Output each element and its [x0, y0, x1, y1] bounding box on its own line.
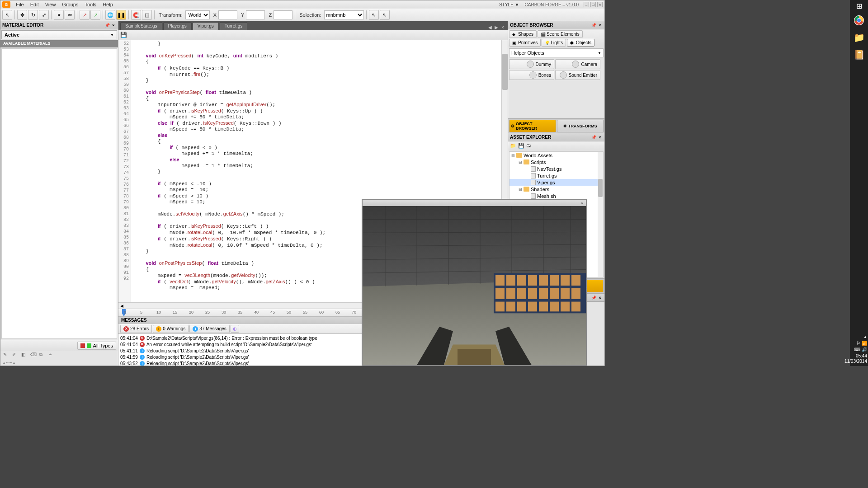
- axis-y-icon[interactable]: ↗: [90, 10, 100, 20]
- tree-item-shaders[interactable]: ⊟Shaders: [509, 186, 603, 192]
- scroll-left-icon[interactable]: ◀: [118, 303, 125, 309]
- new-folder-icon[interactable]: 📁: [510, 143, 516, 149]
- spinner-button[interactable]: ◐: [231, 325, 239, 333]
- tray-flag-icon[interactable]: ⚐: [856, 341, 860, 346]
- ob-button-bones[interactable]: Bones: [509, 70, 554, 80]
- tree-item-viper-gs[interactable]: Viper.gs: [509, 179, 603, 186]
- tree-scrollbar[interactable]: [598, 152, 603, 277]
- multisave-icon[interactable]: 🗂: [526, 143, 533, 149]
- system-tray[interactable]: ▲ ⚐ 📶 ⌨ 🔊 05:44 11/03/2014: [844, 334, 867, 364]
- maximize-button[interactable]: □: [590, 2, 596, 7]
- viewport-window[interactable]: ×: [362, 199, 587, 366]
- ob-tab-primitives[interactable]: ▣Primitives: [509, 39, 541, 47]
- dropper-icon[interactable]: ✐: [12, 352, 19, 358]
- chrome-icon[interactable]: [850, 12, 868, 29]
- menu-tools[interactable]: Tools: [85, 2, 96, 7]
- globe-icon[interactable]: 🌐: [105, 10, 115, 20]
- helper-objects-dropdown[interactable]: Helper Objects▼: [509, 48, 604, 57]
- messages-filter-button[interactable]: i 37 Messages: [189, 325, 229, 333]
- app-icon[interactable]: 📔: [850, 46, 868, 63]
- tab-turret[interactable]: Turret.gs: [220, 22, 248, 30]
- copy-icon[interactable]: ⧉: [39, 352, 46, 358]
- tab-player[interactable]: Player.gs: [163, 22, 192, 30]
- viewport-close-icon[interactable]: ×: [580, 201, 585, 205]
- pin-icon[interactable]: 📌: [104, 23, 110, 28]
- tray-up-icon[interactable]: ▲: [844, 334, 867, 340]
- menu-file[interactable]: File: [16, 2, 24, 7]
- ae-close-icon[interactable]: ×: [597, 135, 603, 140]
- tab-samplestate[interactable]: SampleState.gs: [120, 22, 162, 30]
- tree-item-navtest-gs[interactable]: NavTest.gs: [509, 165, 603, 172]
- move-tool-icon[interactable]: ✥: [17, 10, 27, 20]
- tray-time[interactable]: 05:44: [844, 353, 867, 359]
- y-input[interactable]: [246, 10, 265, 19]
- erase-icon[interactable]: ⌫: [30, 352, 37, 358]
- scale-tool-icon[interactable]: ⤢: [39, 10, 49, 20]
- menu-edit[interactable]: Edit: [30, 2, 39, 7]
- menu-bar: File Edit View Groups Tools Help: [16, 2, 113, 7]
- errors-filter-button[interactable]: ✕ 28 Errors: [120, 325, 152, 333]
- cursor-b-icon[interactable]: ↖: [380, 10, 390, 20]
- select-tool-icon[interactable]: ↖: [2, 10, 12, 20]
- all-types-button[interactable]: All Types: [77, 342, 116, 350]
- resize-grip-icon[interactable]: ▴ ••••• ▴: [0, 360, 118, 366]
- fill-icon[interactable]: ◧: [21, 352, 28, 358]
- ob-button-dummy[interactable]: Dummy: [509, 59, 554, 69]
- ob-tab-lights[interactable]: 💡Lights: [542, 39, 566, 47]
- link-tool-icon[interactable]: ⚭: [54, 10, 64, 20]
- menu-view[interactable]: View: [45, 2, 56, 7]
- selection-select[interactable]: mnbmnb: [324, 10, 364, 19]
- prop-close-icon[interactable]: ×: [597, 295, 603, 300]
- ob-pin-icon[interactable]: 📌: [591, 23, 596, 28]
- save-icon[interactable]: 💾: [120, 32, 127, 39]
- ob-tab-objects[interactable]: ⬢Objects: [567, 39, 594, 47]
- panel-close-icon[interactable]: ×: [111, 23, 116, 28]
- prop-pin-icon[interactable]: 📌: [591, 295, 596, 300]
- close-button[interactable]: ×: [597, 2, 603, 7]
- magnet-icon[interactable]: 🧲: [131, 10, 141, 20]
- x-input[interactable]: [218, 10, 237, 19]
- unlink-tool-icon[interactable]: ⚮: [65, 10, 75, 20]
- snap-icon[interactable]: ◫: [142, 10, 152, 20]
- cursor-a-icon[interactable]: ↖: [369, 10, 379, 20]
- tree-item-world-assets[interactable]: ⊟World Assets: [509, 152, 603, 159]
- tray-lang-icon[interactable]: ⌨: [854, 347, 860, 352]
- viewport-scene[interactable]: [363, 206, 586, 365]
- transform-space-select[interactable]: World: [185, 10, 210, 19]
- tree-item-mesh-sh[interactable]: Mesh.sh: [509, 192, 603, 199]
- rotate-tool-icon[interactable]: ↻: [28, 10, 38, 20]
- tab-viper[interactable]: Viper.gs: [193, 22, 219, 30]
- tree-item-scripts[interactable]: ⊟Scripts: [509, 159, 603, 165]
- z-input[interactable]: [274, 10, 292, 19]
- ob-button-camera[interactable]: Camera: [555, 59, 600, 69]
- tab-prev-icon[interactable]: ◀: [487, 24, 493, 30]
- menu-groups[interactable]: Groups: [62, 2, 78, 7]
- active-dropdown[interactable]: Active▼: [1, 30, 117, 39]
- axis-x-icon[interactable]: ↗: [80, 10, 90, 20]
- style-dropdown[interactable]: STYLE ▼: [499, 2, 519, 7]
- pause-icon[interactable]: ❚❚: [116, 10, 126, 20]
- tray-date[interactable]: 11/03/2014: [844, 359, 867, 364]
- tab-next-icon[interactable]: ▶: [493, 24, 500, 30]
- minimize-button[interactable]: –: [584, 2, 589, 7]
- ob-button-sound-emitter[interactable]: Sound Emitter: [555, 70, 600, 80]
- ae-pin-icon[interactable]: 📌: [591, 135, 596, 140]
- menu-help[interactable]: Help: [103, 2, 113, 7]
- ob-close-icon[interactable]: ×: [597, 23, 603, 28]
- ob-tab-shapes[interactable]: ◆Shapes: [509, 30, 537, 38]
- ob-tab-scene-elements[interactable]: 🎬Scene Elements: [538, 30, 583, 38]
- orb-icon: [529, 71, 537, 79]
- tab-close-icon[interactable]: ×: [500, 24, 506, 30]
- brush-icon[interactable]: ✎: [3, 352, 9, 358]
- tree-item-turret-gs[interactable]: Turret.gs: [509, 172, 603, 179]
- svg-rect-38: [561, 302, 570, 312]
- tray-vol-icon[interactable]: 🔊: [862, 347, 867, 352]
- tray-net-icon[interactable]: 📶: [862, 341, 867, 346]
- warnings-filter-button[interactable]: ! 0 Warnings: [153, 325, 189, 333]
- transforms-bottom-tab[interactable]: ✥ TRANSFORMS: [557, 120, 604, 132]
- explorer-icon[interactable]: 📁: [850, 29, 868, 46]
- object-browser-bottom-tab[interactable]: ⚙ OBJECT BROWSER: [509, 120, 556, 132]
- save-asset-icon[interactable]: 💾: [518, 143, 524, 149]
- link2-icon[interactable]: ⚭: [48, 352, 55, 358]
- windows-logo-icon[interactable]: ⊞: [850, 0, 868, 12]
